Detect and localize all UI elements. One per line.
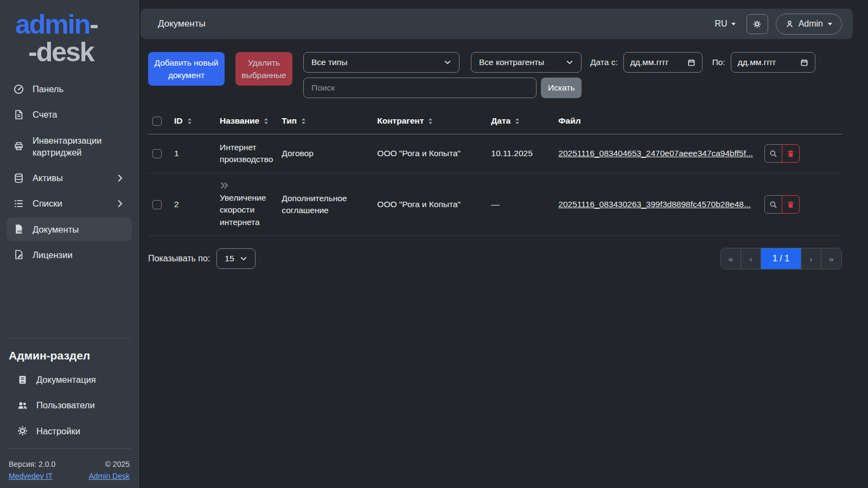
header-controls: RU Admin (712, 14, 842, 35)
table-header-row: ID Название Тип Контрагент Дата Файл (148, 109, 842, 134)
column-header-name[interactable]: Название (215, 109, 277, 134)
trash-icon (787, 150, 795, 158)
user-name: Admin (799, 19, 823, 29)
chevron-right-icon (116, 199, 125, 208)
current-page-indicator[interactable]: 1 / 1 (761, 248, 801, 269)
database-icon (14, 173, 24, 183)
sidebar-item-label: Документы (33, 223, 79, 235)
sort-icon (513, 117, 521, 125)
sidebar-item-settings[interactable]: Настройки (7, 419, 132, 443)
sidebar-nav: Панель Счета Инвентаризации картриджей А… (7, 77, 132, 267)
delete-document-button[interactable] (782, 144, 800, 163)
filters-row-2: Искать (303, 78, 815, 98)
table-row: 1 Интернет производство Договор ООО "Рог… (148, 134, 842, 174)
view-document-button[interactable] (764, 195, 782, 214)
sidebar-item-label: Пользователи (36, 399, 95, 411)
sidebar-item-label: Активы (33, 172, 63, 184)
sidebar-item-documents[interactable]: PDF Документы (7, 217, 132, 241)
select-all-checkbox[interactable] (152, 117, 162, 126)
pdf-file-icon: PDF (14, 224, 24, 234)
top-header: Документы RU Admin (141, 9, 853, 39)
vendor-link[interactable]: Medvedev IT (9, 472, 53, 480)
filters-row-1: Все типы Все контрагенты Дата с: дд.мм.г… (303, 52, 815, 73)
counterparty-filter-select[interactable]: Все контрагенты (471, 52, 582, 73)
cell-id: 1 (170, 134, 215, 174)
sidebar-item-lists[interactable]: Списки (7, 191, 132, 215)
sidebar-item-label: Инвентаризации картриджей (33, 134, 125, 159)
view-document-button[interactable] (764, 144, 782, 163)
sidebar-item-licenses[interactable]: Лицензии (7, 243, 132, 267)
product-link[interactable]: Admin Desk (89, 472, 130, 480)
app-version: Версия: 2.0.0 (9, 460, 55, 468)
sidebar-item-dashboard[interactable]: Панель (7, 77, 132, 101)
search-input[interactable] (303, 78, 537, 98)
column-header-date[interactable]: Дата (487, 109, 554, 134)
row-checkbox[interactable] (152, 200, 162, 209)
delete-document-button[interactable] (782, 195, 800, 214)
gauge-icon (14, 84, 24, 94)
next-page-button[interactable]: › (801, 248, 821, 269)
sidebar-item-users[interactable]: Пользователи (7, 393, 132, 417)
sidebar-item-assets[interactable]: Активы (7, 166, 132, 190)
cell-name: Увеличение скорости интернета (215, 173, 277, 235)
double-chevron-right-icon (220, 181, 229, 190)
table-row: 2 Увеличение скорости интернета Дополнит… (148, 173, 842, 235)
page-content: Добавить новый документ Удалить выбранны… (141, 52, 853, 269)
caret-down-icon (828, 23, 832, 25)
date-to-placeholder: дд.мм.гггг (738, 57, 776, 67)
sidebar-item-cartridge-inventories[interactable]: Инвентаризации картриджей (7, 129, 132, 165)
sidebar-footer: Версия: 2.0.0 © 2025 Medvedev IT Admin D… (7, 454, 132, 480)
users-icon (17, 400, 28, 410)
gear-icon (17, 426, 28, 436)
row-actions (764, 144, 800, 163)
add-document-button[interactable]: Добавить новый документ (148, 52, 225, 86)
date-from-placeholder: дд.мм.гггг (630, 57, 669, 67)
file-link[interactable]: 20251116_083430263_399f3d8898fc4570b28e4… (558, 200, 751, 209)
date-from-input[interactable]: дд.мм.гггг (623, 52, 703, 73)
row-actions (764, 195, 800, 214)
column-header-counterparty[interactable]: Контрагент (373, 109, 487, 134)
sidebar-item-invoices[interactable]: Счета (7, 102, 132, 126)
last-page-button[interactable]: » (821, 248, 841, 269)
cell-counterparty: ООО "Рога и Копыта" (373, 173, 487, 235)
delete-selected-button[interactable]: Удалить выбранные (235, 52, 292, 86)
trash-icon (787, 201, 795, 209)
search-icon (769, 150, 777, 158)
cell-date: — (487, 173, 554, 235)
prev-page-button[interactable]: ‹ (741, 248, 761, 269)
per-page-value: 15 (225, 254, 234, 264)
svg-text:PDF: PDF (17, 230, 23, 233)
sidebar: admin- -desk Панель Счета Инвентаризации… (0, 0, 139, 488)
sidebar-item-label: Списки (33, 197, 62, 209)
calendar-icon (687, 59, 695, 67)
sort-icon (299, 117, 308, 125)
column-header-actions (760, 109, 842, 134)
cell-type: Договор (277, 134, 373, 174)
app-logo: admin- -desk (7, 5, 132, 77)
printer-icon (14, 141, 24, 151)
sidebar-item-label: Счета (33, 108, 58, 120)
search-button[interactable]: Искать (541, 78, 582, 98)
first-page-button[interactable]: « (721, 248, 741, 269)
cell-counterparty: ООО "Рога и Копыта" (373, 134, 487, 174)
sidebar-item-documentation[interactable]: Документация (7, 368, 132, 391)
documents-table: ID Название Тип Контрагент Дата Файл 1 И… (148, 109, 842, 236)
sidebar-item-label: Документация (36, 374, 96, 386)
language-dropdown[interactable]: RU (712, 18, 739, 29)
type-filter-select[interactable]: Все типы (303, 52, 459, 73)
page-title: Документы (158, 18, 206, 29)
logo-line2: -desk (15, 38, 129, 66)
language-value: RU (715, 19, 727, 29)
settings-button[interactable] (746, 14, 768, 34)
license-file-icon (14, 249, 24, 260)
per-page-select[interactable]: 15 (216, 248, 256, 269)
caret-down-icon (731, 23, 736, 25)
column-header-type[interactable]: Тип (277, 109, 373, 134)
column-header-id[interactable]: ID (170, 109, 215, 134)
admin-section-title: Админ-раздел (7, 344, 132, 368)
row-checkbox[interactable] (152, 149, 162, 158)
main-area: Документы RU Admin Добавить новый докуме… (139, 0, 868, 269)
file-link[interactable]: 20251116_083404653_2470e07aeee347ca94bff… (558, 149, 753, 158)
user-menu-button[interactable]: Admin (776, 14, 842, 35)
date-to-input[interactable]: дд.мм.гггг (731, 52, 815, 73)
